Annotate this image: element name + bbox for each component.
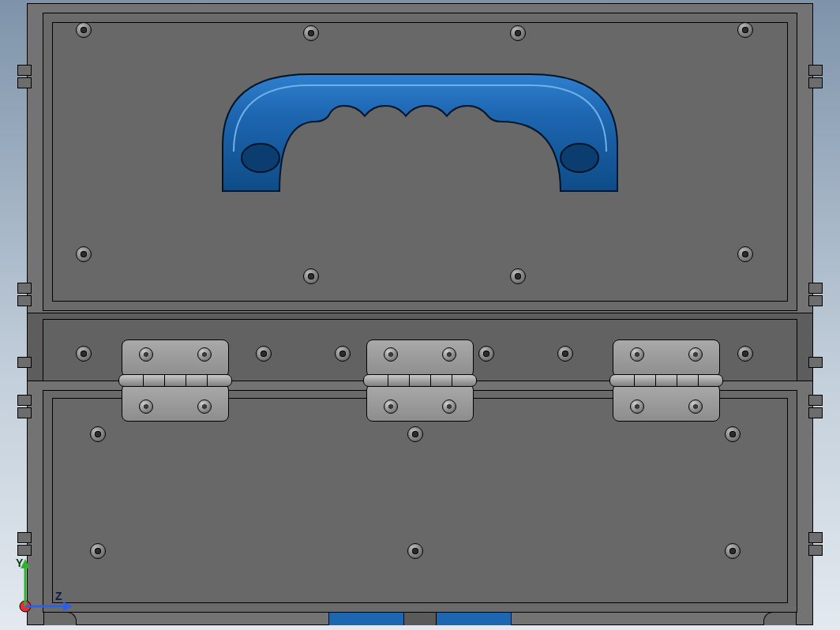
hinge-2-knuckle-2	[655, 374, 656, 387]
hinge-1-pin	[363, 374, 477, 387]
side-stub-2	[808, 65, 823, 76]
hinge-1-knuckle-2	[409, 374, 410, 387]
side-stub-7	[808, 295, 823, 306]
base-screw-2	[725, 426, 741, 442]
axis-y: Y	[16, 557, 30, 606]
side-stub-12	[17, 532, 32, 543]
hinge-1-knuckle-4	[452, 374, 452, 387]
hinge-2-leaf-bottom	[613, 384, 720, 422]
mid-screw-2	[335, 346, 351, 362]
hinge-2-knuckle-3	[677, 374, 677, 387]
hinge-0-leaf-top	[122, 339, 229, 377]
cad-viewport[interactable]: Y Z	[0, 0, 840, 630]
side-stub-3	[808, 77, 823, 88]
lid-screw-2	[303, 25, 319, 41]
hinge-2-pin	[609, 374, 723, 387]
side-stub-10	[808, 395, 823, 406]
base-screw-5	[725, 543, 741, 559]
lid-screw-5	[737, 246, 753, 262]
mid-screw-3	[478, 346, 494, 362]
hinge-0-knuckle-1	[143, 374, 144, 387]
hinge-0-knuckle-3	[186, 374, 186, 387]
mid-screw-1	[256, 346, 272, 362]
hinge-0-knuckle-2	[164, 374, 165, 387]
side-stub-15	[808, 545, 823, 556]
hinge-0-screw-3	[197, 399, 212, 414]
hinge-1-knuckle-3	[430, 374, 431, 387]
mid-screw-4	[557, 346, 573, 362]
hinge-1-leaf-bottom	[366, 384, 474, 422]
side-stub-9	[17, 407, 32, 418]
side-stub-11	[808, 407, 823, 418]
lid-screw-1	[737, 22, 753, 38]
hinge-0-screw-0	[139, 347, 153, 362]
base-screw-0	[90, 426, 106, 442]
hinge-2-knuckle-4	[698, 374, 699, 387]
hinge-1-screw-2	[384, 399, 398, 414]
hinge-2-screw-0	[630, 347, 644, 362]
lid-screw-3	[510, 25, 526, 41]
base-screw-4	[407, 543, 423, 559]
lid-screw-7	[510, 268, 526, 284]
lid-screw-4	[76, 246, 92, 262]
hinge-0-screw-1	[197, 347, 212, 362]
axis-y-label: Y	[16, 557, 24, 569]
axis-z: Z	[25, 590, 73, 611]
lid-screw-6	[303, 268, 319, 284]
hinge-2-screw-3	[688, 399, 703, 414]
hinge-2	[613, 339, 720, 422]
side-stub-8	[17, 395, 32, 406]
base-screw-3	[90, 543, 106, 559]
hinge-0-pin	[118, 374, 232, 387]
mid-screw-5	[737, 346, 753, 362]
model-case-assembly[interactable]	[27, 3, 813, 627]
hinge-2-screw-1	[688, 347, 703, 362]
hinge-0-knuckle-4	[207, 374, 208, 387]
side-stub-14	[808, 532, 823, 543]
hinge-2-screw-2	[630, 399, 644, 414]
foot-notch-right	[763, 612, 797, 625]
hinge-1-screw-1	[442, 347, 456, 362]
hinge-1-knuckle-1	[388, 374, 388, 387]
hinge-2-leaf-top	[613, 339, 720, 377]
svg-marker-4	[63, 602, 73, 611]
hinge-0-screw-2	[139, 399, 153, 414]
side-stub-17	[808, 357, 823, 368]
hinge-0	[122, 339, 229, 422]
hinge-1-leaf-top	[366, 339, 474, 377]
mid-screw-0	[76, 346, 92, 362]
side-stub-4	[17, 283, 32, 294]
hinge-1-screw-3	[442, 399, 456, 414]
lid-inner-panel	[52, 22, 788, 302]
side-stub-5	[17, 295, 32, 306]
hinge-1	[366, 339, 474, 422]
side-stub-6	[808, 283, 823, 294]
axis-z-label: Z	[55, 590, 62, 602]
hinge-1-screw-0	[384, 347, 398, 362]
hinge-2-knuckle-1	[634, 374, 635, 387]
side-stub-16	[17, 357, 32, 368]
side-stub-1	[17, 77, 32, 88]
base-screw-1	[407, 426, 423, 442]
lid-screw-0	[76, 22, 92, 38]
side-stub-0	[17, 65, 32, 76]
view-orientation-triad[interactable]: Y Z	[13, 556, 76, 619]
hinge-0-leaf-bottom	[122, 384, 229, 422]
side-stub-13	[17, 545, 32, 556]
